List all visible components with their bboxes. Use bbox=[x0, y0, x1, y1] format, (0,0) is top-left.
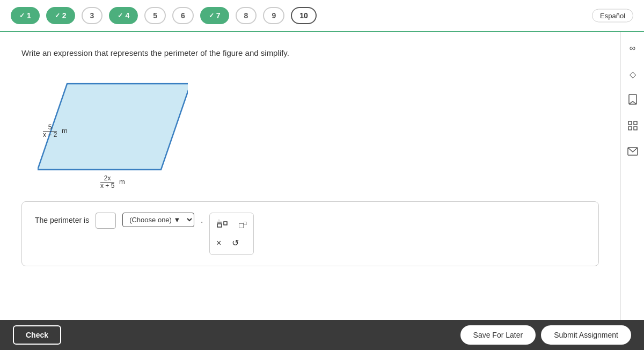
bottom-side-label: 2x x + 5 m bbox=[99, 175, 125, 189]
question-btn-3[interactable]: 3 bbox=[82, 7, 103, 24]
language-button[interactable]: Español bbox=[592, 9, 633, 23]
question-btn-6[interactable]: 6 bbox=[172, 7, 194, 24]
question-text: Write an expression that represents the … bbox=[21, 48, 599, 57]
bookmark-icon[interactable] bbox=[625, 92, 640, 107]
fraction-button[interactable]: □ bbox=[214, 217, 230, 232]
infinity-icon[interactable]: ∞ bbox=[625, 41, 640, 56]
question-btn-5[interactable]: 5 bbox=[144, 7, 166, 24]
superscript-button[interactable]: □□ bbox=[237, 218, 249, 232]
math-toolbar: □ □□ × ↺ bbox=[209, 213, 254, 255]
check-icon-1: ✓ bbox=[19, 12, 25, 19]
grid-icon[interactable] bbox=[625, 118, 640, 133]
fraction-icon: □ bbox=[216, 220, 228, 230]
question-nav-bar: ✓ 1 ✓ 2 3 ✓ 4 5 6 ✓ 7 8 9 10 Español bbox=[0, 0, 644, 32]
times-button[interactable]: × bbox=[214, 236, 223, 250]
svg-rect-3 bbox=[224, 222, 227, 225]
question-btn-2[interactable]: ✓ 2 bbox=[46, 7, 75, 24]
toolbar-row-bottom: × ↺ bbox=[214, 236, 249, 250]
submit-assignment-button[interactable]: Submit Assignment bbox=[541, 325, 631, 345]
question-btn-9[interactable]: 9 bbox=[263, 7, 284, 24]
main-content: Write an expression that represents the … bbox=[0, 32, 644, 320]
svg-rect-2 bbox=[217, 224, 222, 227]
question-area: Write an expression that represents the … bbox=[0, 32, 620, 320]
question-btn-8[interactable]: 8 bbox=[236, 7, 257, 24]
check-icon-2: ✓ bbox=[55, 12, 60, 19]
save-for-later-button[interactable]: Save For Later bbox=[460, 325, 536, 345]
question-btn-1[interactable]: ✓ 1 bbox=[11, 7, 40, 24]
svg-rect-7 bbox=[634, 121, 637, 125]
svg-rect-9 bbox=[634, 127, 637, 130]
svg-rect-8 bbox=[628, 127, 632, 130]
envelope-icon[interactable] bbox=[625, 144, 640, 159]
question-btn-4[interactable]: ✓ 4 bbox=[109, 7, 138, 24]
bottom-bar: Check Save For Later Submit Assignment bbox=[0, 320, 644, 350]
right-sidebar: ∞ ◇ bbox=[620, 32, 644, 320]
refresh-button[interactable]: ↺ bbox=[230, 236, 241, 250]
check-icon-7: ✓ bbox=[209, 12, 214, 19]
answer-box: The perimeter is (Choose one) ▼ m m² m³ … bbox=[21, 201, 599, 266]
question-btn-10[interactable]: 10 bbox=[291, 7, 317, 24]
unit-dropdown[interactable]: (Choose one) ▼ m m² m³ bbox=[122, 213, 194, 227]
svg-text:□: □ bbox=[218, 220, 219, 222]
figure-container: 5 x − 2 m 2x x + 5 m bbox=[38, 70, 209, 191]
check-icon-4: ✓ bbox=[118, 12, 123, 19]
diamond-icon[interactable]: ◇ bbox=[625, 67, 640, 82]
question-btn-7[interactable]: ✓ 7 bbox=[200, 7, 229, 24]
answer-input[interactable] bbox=[96, 213, 116, 229]
toolbar-row-top: □ □□ bbox=[214, 217, 249, 232]
svg-rect-1 bbox=[217, 222, 222, 223]
svg-rect-5 bbox=[629, 94, 636, 104]
svg-rect-6 bbox=[628, 121, 632, 125]
period: . bbox=[201, 216, 203, 224]
left-side-label: 5 x − 2 m bbox=[42, 124, 68, 138]
perimeter-prefix: The perimeter is bbox=[35, 216, 89, 224]
bottom-right-buttons: Save For Later Submit Assignment bbox=[460, 325, 631, 345]
check-button[interactable]: Check bbox=[13, 325, 61, 345]
